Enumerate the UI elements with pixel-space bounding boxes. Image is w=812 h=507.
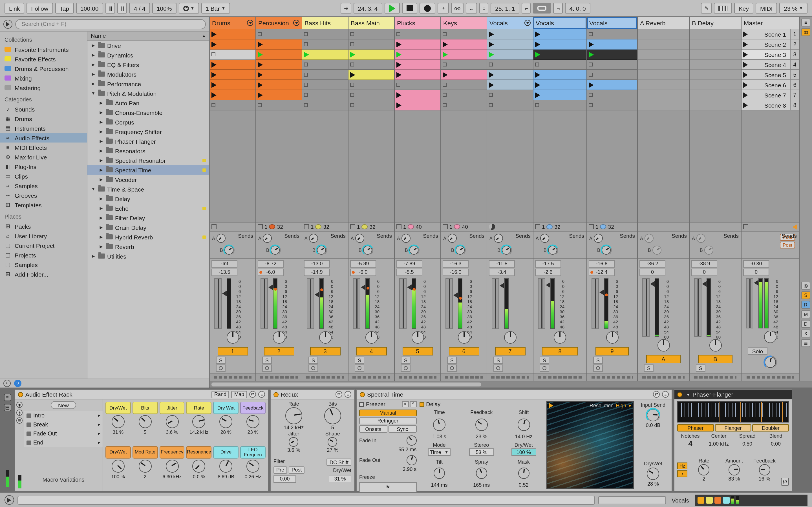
volume-fader[interactable] [353, 278, 360, 329]
arm-button[interactable] [401, 364, 410, 372]
cpu-meter[interactable]: 23 %▼ [779, 3, 808, 13]
caret-down-icon[interactable]: ▼ [91, 187, 96, 191]
chain-play-icon[interactable]: ▸ [98, 413, 100, 418]
caret-right-icon[interactable]: ▶ [99, 168, 104, 172]
clip-slot[interactable] [441, 70, 487, 80]
crossfade-assign[interactable] [487, 373, 533, 381]
metronome-button[interactable]: ▼ [179, 3, 199, 13]
follow-button[interactable]: Follow [27, 3, 53, 13]
device-grab-handle-icon[interactable]: ▤ [4, 404, 11, 411]
clip-play-icon[interactable] [489, 31, 494, 37]
send-a-knob[interactable] [697, 234, 706, 243]
caret-right-icon[interactable]: ▶ [99, 149, 104, 153]
clip-slot[interactable] [210, 90, 255, 100]
clip-stop-button[interactable] [211, 224, 216, 229]
feedback-value[interactable]: 16 % [759, 476, 770, 482]
sidebar-item-mixing[interactable]: Mixing [0, 73, 87, 83]
tree-item-eq-filters[interactable]: ▶EQ & Filters [87, 60, 209, 69]
center-value[interactable]: 1.00 kHz [709, 441, 729, 446]
send-a-knob[interactable] [217, 234, 226, 243]
fade-in-knob[interactable] [406, 436, 416, 446]
send-b-knob[interactable] [271, 245, 280, 255]
fade-out-knob[interactable] [406, 455, 416, 465]
sidebar-item-max-for-live[interactable]: ⊕Max for Live [0, 152, 87, 162]
pan-knob[interactable] [226, 331, 239, 344]
chains-toggle[interactable]: ≣ [16, 417, 22, 424]
arm-button[interactable] [540, 364, 549, 372]
amount-value[interactable]: 83 % [728, 476, 740, 482]
hz-mode-button[interactable]: Hz [677, 462, 688, 469]
shape-value[interactable]: 27 % [327, 447, 338, 453]
volume-display[interactable]: -2.6 [535, 269, 561, 276]
macro-name[interactable]: LFO Frequen [240, 446, 266, 458]
feedback-knob[interactable] [759, 464, 770, 475]
tree-item-modulators[interactable]: ▶Modulators [87, 69, 209, 79]
macro-name[interactable]: Dry Wet [213, 402, 239, 414]
clip-slot[interactable] [487, 80, 533, 90]
pan-knob[interactable] [365, 331, 377, 344]
clip-play-icon[interactable] [258, 82, 263, 88]
macro-knob[interactable] [112, 459, 124, 472]
tree-item-delay[interactable]: ▶Delay [87, 194, 209, 203]
track-activator-button[interactable]: 2 [264, 347, 294, 355]
clip-slot[interactable] [441, 80, 487, 90]
caret-right-icon[interactable]: ▶ [91, 53, 96, 57]
pan-knob[interactable] [319, 331, 331, 344]
session-record-button[interactable]: ○ [479, 3, 488, 13]
macro-name[interactable]: Dry/Wet [105, 402, 131, 414]
macros-toggle[interactable]: ◎ [16, 409, 22, 416]
sidebar-item-clips[interactable]: ▭Clips [0, 171, 87, 181]
volume-fader[interactable] [642, 278, 650, 337]
sidebar-item-midi-effects[interactable]: ≡MIDI Effects [0, 143, 87, 152]
clip-slot[interactable] [395, 90, 441, 100]
clip-slot[interactable] [256, 80, 302, 90]
punch-in-button[interactable]: ⌐ [522, 3, 531, 13]
clip-slot[interactable] [395, 40, 441, 50]
pan-knob[interactable] [411, 331, 424, 344]
shape-knob[interactable] [328, 437, 338, 447]
notches-value[interactable]: 4 [688, 439, 692, 448]
clip-play-icon[interactable] [258, 52, 263, 57]
clip-slot[interactable] [349, 90, 394, 100]
save-preset-icon[interactable]: ≡ [258, 391, 265, 398]
macro-name[interactable]: Drive [213, 446, 239, 458]
fader-handle[interactable] [599, 290, 604, 295]
sidebar-item-current-project[interactable]: ▢Current Project [0, 240, 87, 250]
pan-knob[interactable] [273, 331, 285, 344]
punch-out-button[interactable]: ¬ [553, 3, 563, 13]
sidebar-item-grooves[interactable]: ∼Grooves [0, 190, 87, 200]
solo-button[interactable]: S [308, 356, 318, 364]
tree-item-utilities[interactable]: ▶Utilities [87, 251, 209, 261]
clip-slot[interactable] [587, 29, 637, 40]
clip-play-icon[interactable] [443, 41, 448, 47]
clip-play-icon[interactable] [535, 92, 540, 98]
scene-launch-icon[interactable] [743, 82, 748, 88]
sidebar-item-audio-effects[interactable]: ≈Audio Effects [0, 133, 87, 143]
device-chain-icon[interactable]: ≡ [4, 394, 11, 401]
phaser-spectrum-display[interactable] [677, 401, 789, 422]
volume-display[interactable]: -13.5 [211, 269, 238, 276]
volume-display[interactable]: -14.9 [304, 269, 330, 276]
filter-frequency-field[interactable]: 0.00 [273, 475, 296, 483]
rack-chain-end[interactable]: End▸ [24, 438, 103, 447]
tree-item-hybrid-reverb[interactable]: ▶Hybrid Reverb [87, 232, 209, 242]
tree-item-pitch-modulation[interactable]: ▼Pitch & Modulation [87, 89, 209, 98]
clip-play-icon[interactable] [396, 92, 402, 98]
tree-item-dynamics[interactable]: ▶Dynamics [87, 50, 209, 60]
freeze-manual-button[interactable]: Manual [359, 409, 416, 416]
send-b-knob[interactable] [317, 245, 326, 255]
clip-play-icon[interactable] [258, 92, 263, 98]
tilt-value[interactable]: 144 ms [431, 482, 448, 488]
send-a-knob[interactable] [541, 234, 550, 243]
arm-button[interactable] [593, 364, 603, 372]
save-preset-icon[interactable]: ≡ [345, 391, 351, 398]
clip-slot[interactable] [487, 100, 533, 110]
clip-slot[interactable] [349, 40, 394, 50]
clip-slot[interactable] [210, 60, 255, 70]
clip-play-icon[interactable] [535, 72, 540, 77]
input-send-knob[interactable] [647, 409, 659, 421]
stereo-value-field[interactable]: 53 % [469, 449, 494, 456]
clip-slot[interactable] [349, 29, 394, 40]
clip-slot[interactable] [302, 60, 348, 70]
rack-chain-fade-out[interactable]: Fade Out▸ [24, 429, 103, 438]
